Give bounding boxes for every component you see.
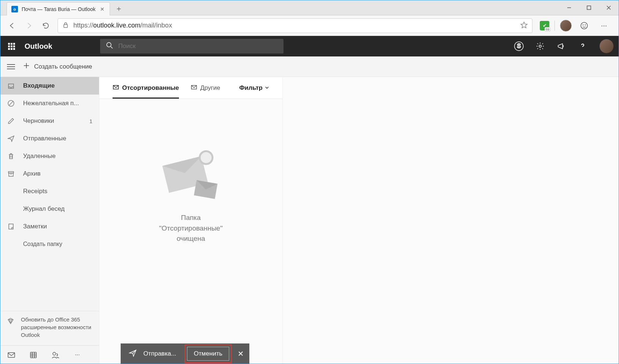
extensions-area: ✔69 ··· — [536, 18, 615, 33]
favorite-star-icon[interactable] — [520, 21, 528, 30]
waffle-icon — [8, 43, 15, 50]
svg-point-27 — [53, 352, 56, 355]
sending-toast: Отправка... Отменить ✕ — [121, 343, 249, 364]
folder-архив[interactable]: Архив — [0, 165, 99, 183]
folder-label: Удаленные — [23, 152, 92, 160]
adblock-extension-icon[interactable]: ✔69 — [540, 21, 549, 30]
folder-создать-папку[interactable]: Создать папку — [0, 235, 99, 253]
search-box[interactable] — [100, 39, 283, 54]
send-icon — [7, 135, 15, 143]
folder-label: Нежелательная п... — [23, 100, 92, 107]
promo-text: Обновить до Office 365 расширенные возмо… — [21, 316, 92, 339]
folder-receipts[interactable]: Receipts — [0, 183, 99, 200]
tab-other[interactable]: Другие — [191, 77, 220, 99]
message-tabs: Отсортированные Другие Фильтр — [99, 77, 282, 99]
tab-close-icon[interactable]: ✕ — [99, 6, 105, 12]
help-button[interactable] — [573, 36, 592, 56]
empty-state: Папка "Отсортированные" очищена — [99, 99, 282, 364]
nav-refresh-button[interactable] — [38, 18, 54, 34]
folder-label: Отправленные — [23, 135, 92, 142]
url-proto: https:// — [73, 22, 93, 29]
folder-удаленные[interactable]: Удаленные — [0, 147, 99, 165]
feedback-smiley-icon[interactable] — [577, 18, 591, 33]
folder-отправленные[interactable]: Отправленные — [0, 130, 99, 147]
folder-журнал-бесед[interactable]: Журнал бесед — [0, 200, 99, 218]
search-icon — [106, 42, 113, 51]
address-bar[interactable]: https://outlook.live.com/mail/inbox — [58, 18, 532, 33]
undo-send-button[interactable]: Отменить — [187, 347, 230, 361]
pencil-icon — [7, 117, 15, 125]
close-window-button[interactable] — [599, 0, 619, 15]
svg-point-12 — [539, 45, 541, 47]
promo-block[interactable]: Обновить до Office 365 расширенные возмо… — [0, 311, 99, 345]
blank-icon — [7, 205, 15, 213]
toast-message: Отправка... — [143, 350, 176, 357]
announcements-button[interactable] — [552, 36, 571, 56]
sidebar: ВходящиеНежелательная п...Черновики1Отпр… — [0, 77, 99, 364]
plus-icon — [23, 62, 30, 71]
folder-черновики[interactable]: Черновики1 — [0, 112, 99, 130]
archive-icon — [7, 170, 15, 178]
profile-avatar-icon[interactable] — [560, 20, 572, 32]
browser-more-icon[interactable]: ··· — [597, 18, 611, 33]
folder-label: Черновики — [23, 117, 81, 125]
brand-name: Outlook — [25, 42, 52, 51]
tab-other-label: Другие — [200, 84, 220, 92]
people-module-button[interactable] — [44, 346, 66, 364]
svg-rect-22 — [30, 352, 36, 358]
svg-line-16 — [9, 101, 13, 106]
folder-заметки[interactable]: Заметки — [0, 218, 99, 235]
filter-button[interactable]: Фильтр — [239, 84, 269, 92]
svg-point-8 — [107, 43, 111, 47]
folder-label: Архив — [23, 170, 92, 177]
svg-point-6 — [583, 25, 583, 25]
module-switcher: ··· — [0, 345, 99, 364]
more-modules-button[interactable]: ··· — [66, 346, 88, 364]
folder-нежелательная-п-[interactable]: Нежелательная п... — [0, 95, 99, 112]
browser-toolbar: https://outlook.live.com/mail/inbox ✔69 … — [0, 15, 619, 36]
nav-toggle-button[interactable] — [7, 64, 15, 69]
blank-icon — [7, 240, 15, 248]
svg-line-9 — [111, 47, 113, 48]
new-tab-button[interactable]: ＋ — [112, 2, 125, 15]
reading-pane — [283, 77, 619, 364]
svg-text:S: S — [517, 43, 521, 49]
other-tab-icon — [191, 84, 197, 92]
minimize-button[interactable] — [559, 0, 579, 15]
settings-button[interactable] — [531, 36, 550, 56]
folder-label: Создать папку — [23, 241, 92, 247]
calendar-module-button[interactable] — [22, 346, 44, 364]
empty-state-text: Папка "Отсортированные" очищена — [159, 213, 223, 244]
maximize-button[interactable] — [579, 0, 599, 15]
url-text: https://outlook.live.com/mail/inbox — [73, 22, 516, 29]
skype-button[interactable]: S — [509, 36, 528, 56]
folder-count: 1 — [89, 118, 92, 124]
folder-входящие[interactable]: Входящие — [0, 77, 99, 95]
toast-body: Отправка... — [121, 349, 184, 359]
chevron-down-icon — [265, 84, 269, 92]
lock-icon — [62, 22, 69, 30]
new-message-button[interactable]: Создать сообщение — [23, 62, 92, 71]
url-host: outlook.live.com — [93, 22, 140, 29]
folder-list: ВходящиеНежелательная п...Черновики1Отпр… — [0, 77, 99, 311]
toast-close-button[interactable]: ✕ — [232, 343, 249, 364]
outlook-favicon-icon: o — [11, 6, 18, 12]
app-launcher-button[interactable] — [0, 36, 22, 56]
header-right: S — [509, 36, 619, 56]
tab-title: Почта — Taras Buria — Outlook — [22, 6, 96, 12]
tab-focused[interactable]: Отсортированные — [113, 77, 179, 99]
svg-rect-21 — [8, 353, 15, 357]
browser-tab[interactable]: o Почта — Taras Buria — Outlook ✕ — [7, 2, 110, 15]
nav-back-button[interactable] — [4, 18, 20, 34]
svg-rect-4 — [64, 25, 67, 27]
main-area: ВходящиеНежелательная п...Черновики1Отпр… — [0, 77, 619, 364]
svg-rect-1 — [587, 6, 591, 10]
new-message-label: Создать сообщение — [34, 63, 92, 70]
mail-module-button[interactable] — [0, 346, 22, 364]
url-path: /mail/inbox — [140, 22, 172, 29]
blocked-icon — [7, 99, 15, 107]
nav-forward-button[interactable] — [21, 18, 37, 34]
blank-icon — [7, 187, 15, 195]
search-input[interactable] — [118, 43, 278, 50]
account-avatar-icon[interactable] — [600, 39, 613, 53]
